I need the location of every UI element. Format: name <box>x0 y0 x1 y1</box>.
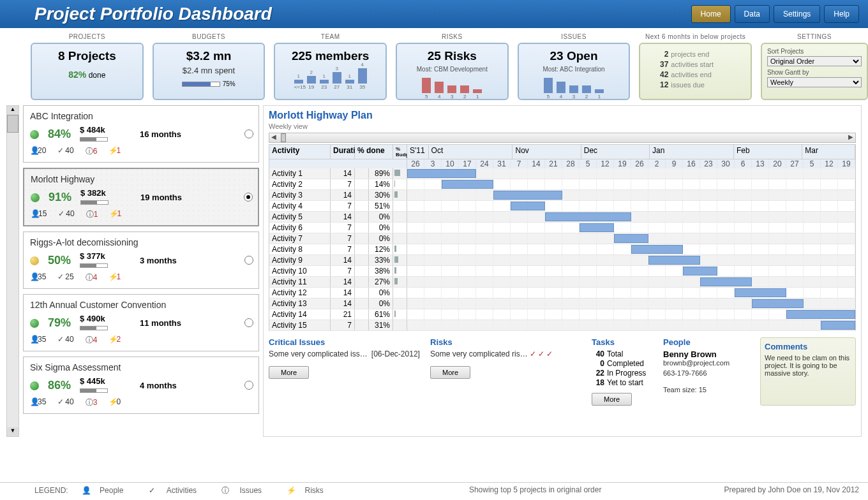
header: Project Portfolio Dashboard Home Data Se… <box>0 0 868 28</box>
legend: LEGEND: 👤People ✓Activities ⓘIssues ⚡Ris… <box>34 485 347 496</box>
gantt-select[interactable]: Weekly <box>767 77 862 87</box>
footer: LEGEND: 👤People ✓Activities ⓘIssues ⚡Ris… <box>0 482 868 496</box>
project-radio[interactable] <box>244 193 253 202</box>
nav-help[interactable]: Help <box>824 5 859 23</box>
detail-bottom: Critical Issues Some very complicated is… <box>269 337 856 406</box>
page-title: Project Portfolio Dashboard <box>34 4 272 24</box>
gantt-row: Activity 15731% <box>269 320 856 331</box>
card-label-upcoming: Next 6 monhts in below projects <box>645 33 745 40</box>
card-issues[interactable]: 23 Open Most: ABC Integration 54321 <box>518 43 631 100</box>
card-risks[interactable]: 25 Risks Most: CBM Development 54321 <box>396 43 509 100</box>
project-name: Six Sigma Assessment <box>30 362 252 372</box>
bolt-icon: ⚡ <box>108 146 115 155</box>
gantt-row: Activity 31430% <box>269 190 856 201</box>
risks-panel: Risks Some very complicated ris… ✓ ✓ ✓ M… <box>430 337 584 406</box>
gantt-row: Activity 10738% <box>269 266 856 277</box>
gantt-row: Activity 142161% <box>269 309 856 320</box>
people-icon: 👤 <box>30 272 36 281</box>
gantt-row: Activity 670% <box>269 223 856 233</box>
nav-home[interactable]: Home <box>691 5 731 23</box>
footer-center: Showing top 5 projects in original order <box>469 485 601 496</box>
project-card[interactable]: 12th Annual Customer Convention79%$ 490k… <box>23 294 259 351</box>
issues-more-button[interactable]: More <box>269 366 309 379</box>
card-budgets[interactable]: $3.2 mn $2.4 mn spent 75% <box>153 43 266 100</box>
people-panel: People Benny Brown brownb@project.com 66… <box>663 337 752 406</box>
card-label-projects: PROJECTS <box>69 33 105 40</box>
project-card[interactable]: ABC Integration84%$ 484k16 months👤20✓40ⓘ… <box>23 105 259 163</box>
gantt-row: Activity 11489% <box>269 168 856 179</box>
slider-thumb[interactable] <box>281 133 286 142</box>
main: ▲ ▼ ABC Integration84%$ 484k16 months👤20… <box>0 105 868 437</box>
slider-left-icon[interactable]: ◀ <box>269 133 278 142</box>
status-dot <box>30 381 39 390</box>
gantt-row: Activity 2714% <box>269 179 856 190</box>
info-icon: ⓘ <box>86 335 92 346</box>
check-icon: ✓ <box>149 486 155 495</box>
info-icon: ⓘ <box>221 485 228 496</box>
project-radio[interactable] <box>244 318 253 327</box>
card-settings: Sort Projects Original Order Show Gantt … <box>761 43 868 100</box>
project-name: 12th Annual Customer Convention <box>30 300 252 310</box>
info-icon: ⓘ <box>86 397 92 408</box>
info-icon: ⓘ <box>86 146 92 157</box>
nav-data[interactable]: Data <box>735 5 770 23</box>
card-label-settings: SETTINGS <box>797 33 832 40</box>
info-icon: ⓘ <box>86 209 93 220</box>
people-icon: 👤 <box>82 486 88 495</box>
sort-select[interactable]: Original Order <box>767 56 862 66</box>
gantt-chart: ActivityDuration% done% BudgetS'11OctNov… <box>269 144 856 331</box>
card-projects[interactable]: 8 Projects 82% done <box>31 43 144 100</box>
project-name: Riggs-A-lot decomissioning <box>30 237 252 247</box>
risks-more-button[interactable]: More <box>430 366 470 379</box>
nav-settings[interactable]: Settings <box>774 5 820 23</box>
bolt-icon: ⚡ <box>108 335 115 344</box>
gantt-slider[interactable]: ◀ ▶ <box>269 133 856 143</box>
scroll-up-icon[interactable]: ▲ <box>7 106 19 115</box>
detail-sub: Weekly view <box>269 122 856 130</box>
project-card[interactable]: Riggs-A-lot decomissioning50%$ 377k3 mon… <box>23 232 259 289</box>
card-label-budgets: BUDGETS <box>192 33 225 40</box>
projects-scrollbar[interactable]: ▲ ▼ <box>6 105 19 437</box>
project-card[interactable]: Morlott Highway91%$ 382k19 months👤15✓40ⓘ… <box>23 168 259 226</box>
project-radio[interactable] <box>244 381 253 390</box>
card-label-issues: ISSUES <box>561 33 587 40</box>
bolt-icon: ⚡ <box>108 272 115 281</box>
project-list: ABC Integration84%$ 484k16 months👤20✓40ⓘ… <box>23 105 259 437</box>
detail-title: Morlott Highway Plan <box>269 110 856 121</box>
scroll-thumb[interactable] <box>7 115 19 133</box>
card-upcoming[interactable]: 2projects end37activities start42activit… <box>639 43 752 100</box>
status-dot <box>30 130 39 139</box>
check-icon: ✓ <box>57 146 64 155</box>
tasks-panel: Tasks 40Total 0Completed 22In Progress 1… <box>592 337 655 406</box>
critical-issues: Critical Issues Some very complicated is… <box>269 337 423 406</box>
gantt-row: Activity 5140% <box>269 212 856 223</box>
bolt-icon: ⚡ <box>109 209 116 218</box>
project-radio[interactable] <box>244 129 253 138</box>
gantt-row: Activity 111427% <box>269 277 856 288</box>
footer-right: Prepared by John Doe on 19, Nov 2012 <box>724 485 859 496</box>
detail-panel: Morlott Highway Plan Weekly view ◀ ▶ Act… <box>263 105 862 437</box>
people-icon: 👤 <box>30 397 36 406</box>
status-dot <box>30 256 39 265</box>
status-dot <box>30 319 39 328</box>
project-radio[interactable] <box>244 256 253 265</box>
project-name: Morlott Highway <box>31 174 251 184</box>
bolt-icon: ⚡ <box>287 486 293 495</box>
people-icon: 👤 <box>30 146 36 155</box>
people-icon: 👤 <box>31 209 37 218</box>
check-icon: ✓ <box>57 397 64 406</box>
tasks-more-button[interactable]: More <box>592 393 632 406</box>
card-team[interactable]: 225 members 1<=15219123327131435 <box>274 43 387 100</box>
card-label-team: TEAM <box>321 33 340 40</box>
gantt-row: Activity 8712% <box>269 244 856 255</box>
slider-right-icon[interactable]: ▶ <box>846 133 855 142</box>
project-card[interactable]: Six Sigma Assessment86%$ 445k4 months👤35… <box>23 357 259 414</box>
info-icon: ⓘ <box>86 272 92 283</box>
nav: Home Data Settings Help <box>691 5 859 23</box>
gantt-row: Activity 4751% <box>269 201 856 212</box>
check-icon: ✓ <box>58 209 64 218</box>
comments-panel: Comments We need to be clam on this proj… <box>760 337 856 406</box>
gantt-row: Activity 13140% <box>269 298 856 309</box>
summary-cards: PROJECTS 8 Projects 82% done BUDGETS $3.… <box>0 28 868 105</box>
scroll-down-icon[interactable]: ▼ <box>7 427 19 436</box>
